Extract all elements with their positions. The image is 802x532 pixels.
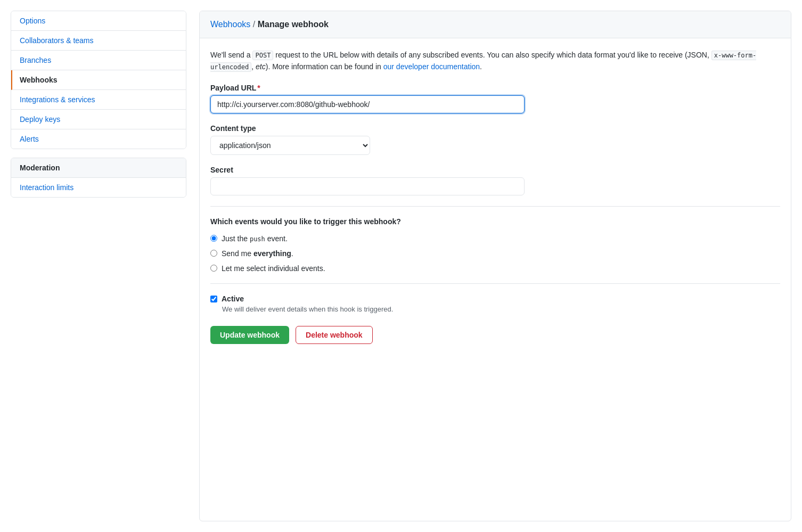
events-group: Which events would you like to trigger t… [210,217,780,273]
active-group: Active We will deliver event details whe… [210,294,780,313]
description: We'll send a POST request to the URL bel… [210,49,780,73]
sidebar-item-integrations[interactable]: Integrations & services [11,90,186,110]
breadcrumb: Webhooks / Manage webhook [210,20,780,29]
payload-url-label: Payload URL* [210,84,780,92]
sidebar-item-branches[interactable]: Branches [11,51,186,70]
active-divider [210,283,780,284]
description-text2: request to the URL below with details of… [273,51,711,59]
required-star: * [257,84,260,92]
update-webhook-button[interactable]: Update webhook [210,326,289,344]
sidebar-item-deploy-keys[interactable]: Deploy keys [11,110,186,129]
push-code: push [250,235,265,243]
active-description: We will deliver event details when this … [222,305,780,313]
description-period: . [480,62,482,71]
description-text1: We'll send a [210,51,252,59]
main-body: We'll send a POST request to the URL bel… [200,38,791,355]
everything-bold: everything [253,249,291,258]
content-type-label: Content type [210,124,780,133]
radio-individual[interactable]: Let me select individual events. [210,264,780,273]
events-question: Which events would you like to trigger t… [210,217,780,226]
sidebar-nav: Options Collaborators & teams Branches W… [11,11,186,149]
radio-individual-label: Let me select individual events. [222,264,325,273]
breadcrumb-separator: / [253,20,258,29]
secret-group: Secret [210,166,780,195]
payload-url-group: Payload URL* [210,84,780,113]
delete-webhook-button[interactable]: Delete webhook [296,326,373,344]
radio-individual-input[interactable] [210,265,217,272]
description-comma: , [251,62,256,71]
payload-url-input[interactable] [210,95,525,113]
sidebar-item-webhooks[interactable]: Webhooks [11,70,186,90]
secret-label: Secret [210,166,780,174]
moderation-header: Moderation [11,158,186,178]
content-type-select[interactable]: application/json application/x-www-form-… [210,136,370,155]
description-etc: etc [256,62,266,71]
radio-everything-input[interactable] [210,250,217,257]
radio-everything[interactable]: Send me everything. [210,249,780,258]
radio-push-only[interactable]: Just the push event. [210,234,780,243]
sidebar: Options Collaborators & teams Branches W… [11,11,186,521]
active-label: Active [222,294,244,303]
content-type-group: Content type application/json applicatio… [210,124,780,155]
active-checkbox[interactable] [210,296,217,302]
active-label-group: Active [222,294,244,303]
main-content: Webhooks / Manage webhook We'll send a P… [199,11,791,521]
description-text4: ). More information can be found in [266,62,383,71]
developer-docs-link[interactable]: our developer documentation [383,62,480,71]
moderation-section: Moderation Interaction limits [11,158,186,198]
active-checkbox-item: Active [210,294,780,303]
sidebar-item-alerts[interactable]: Alerts [11,129,186,149]
sidebar-item-collaborators[interactable]: Collaborators & teams [11,31,186,51]
section-divider [210,206,780,207]
radio-push-only-input[interactable] [210,235,217,242]
page-title: Manage webhook [258,20,329,29]
secret-input[interactable] [210,177,525,195]
radio-group: Just the push event. Send me everything.… [210,234,780,273]
breadcrumb-link[interactable]: Webhooks [210,20,250,29]
radio-everything-label: Send me everything. [222,249,293,258]
button-group: Update webhook Delete webhook [210,326,780,344]
post-code: POST [252,51,273,60]
sidebar-item-interaction-limits[interactable]: Interaction limits [11,178,186,197]
radio-push-only-label: Just the push event. [222,234,288,243]
sidebar-item-options[interactable]: Options [11,11,186,31]
main-header: Webhooks / Manage webhook [200,11,791,38]
